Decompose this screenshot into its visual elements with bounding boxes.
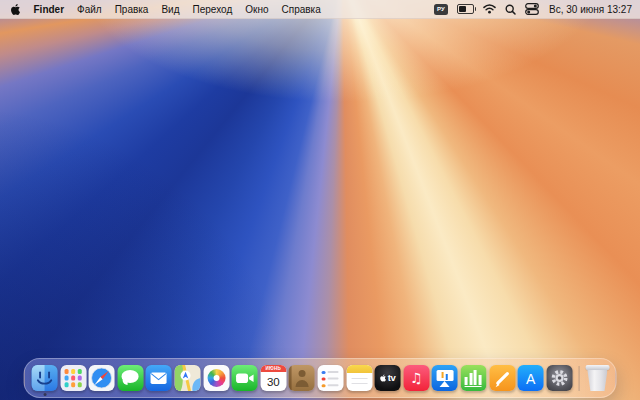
dock-trash-icon[interactable] — [586, 365, 608, 391]
menu-bar-left: Finder Файл Правка Вид Переход Окно Спра… — [0, 3, 327, 16]
dock-music-icon[interactable]: ♫ — [403, 365, 429, 391]
control-center-icon[interactable] — [525, 3, 539, 15]
dock-launchpad-icon[interactable] — [60, 365, 86, 391]
menu-bar: Finder Файл Правка Вид Переход Окно Спра… — [0, 0, 640, 19]
wifi-icon[interactable] — [483, 4, 496, 14]
menu-item-file[interactable]: Файл — [71, 4, 109, 15]
contacts-silhouette-torso — [295, 380, 308, 387]
menu-item-go[interactable]: Переход — [186, 4, 239, 15]
app-store-letter: A — [526, 372, 535, 386]
dock-app-store-icon[interactable]: A — [518, 365, 544, 391]
menu-bar-status: РУ Вс, 30 июня 13:27 — [434, 3, 640, 15]
battery-nub — [475, 7, 477, 11]
tv-label: tv — [388, 373, 396, 383]
menu-item-finder[interactable]: Finder — [27, 4, 71, 15]
dock-safari-icon[interactable] — [89, 365, 115, 391]
trash-rim — [585, 365, 609, 370]
apple-logo-icon — [10, 3, 21, 16]
apple-menu[interactable] — [10, 3, 21, 16]
apple-logo-small-icon — [380, 374, 387, 382]
menu-item-window[interactable]: Окно — [239, 4, 275, 15]
menu-item-view[interactable]: Вид — [155, 4, 186, 15]
dock-numbers-icon[interactable] — [460, 365, 486, 391]
spotlight-search-icon[interactable] — [505, 4, 516, 15]
calendar-day-label: 30 — [260, 372, 286, 391]
dock-system-settings-icon[interactable] — [546, 365, 572, 391]
battery-fill — [459, 6, 466, 12]
music-note-glyph: ♫ — [410, 371, 423, 385]
input-source-icon[interactable]: РУ — [434, 4, 448, 15]
keynote-chart-bars — [441, 372, 444, 378]
dock-apple-tv-icon[interactable]: tv — [375, 365, 401, 391]
dock-finder-icon[interactable] — [32, 365, 58, 391]
menu-bar-clock[interactable]: Вс, 30 июня 13:27 — [548, 4, 632, 15]
dock-pages-icon[interactable] — [489, 365, 515, 391]
dock-reminders-icon[interactable] — [318, 365, 344, 391]
dock-maps-icon[interactable] — [175, 365, 201, 391]
contacts-silhouette-head — [298, 370, 305, 377]
desktop-wallpaper — [0, 0, 640, 400]
dock: ИЮНЬ 30 tv ♫ A — [24, 358, 617, 398]
dock-notes-icon[interactable] — [346, 365, 372, 391]
finder-running-indicator — [43, 393, 46, 396]
dock-contacts-icon[interactable] — [289, 365, 315, 391]
battery-icon[interactable] — [457, 4, 474, 14]
trash-body — [586, 370, 608, 392]
dock-calendar-icon[interactable]: ИЮНЬ 30 — [260, 365, 286, 391]
dock-messages-icon[interactable] — [117, 365, 143, 391]
calendar-month-label: ИЮНЬ — [260, 365, 286, 372]
menu-item-help[interactable]: Справка — [275, 4, 327, 15]
dock-facetime-icon[interactable] — [232, 365, 258, 391]
menu-item-edit[interactable]: Правка — [108, 4, 155, 15]
dock-separator — [579, 366, 580, 391]
dock-photos-icon[interactable] — [203, 365, 229, 391]
dock-keynote-icon[interactable] — [432, 365, 458, 391]
dock-mail-icon[interactable] — [146, 365, 172, 391]
